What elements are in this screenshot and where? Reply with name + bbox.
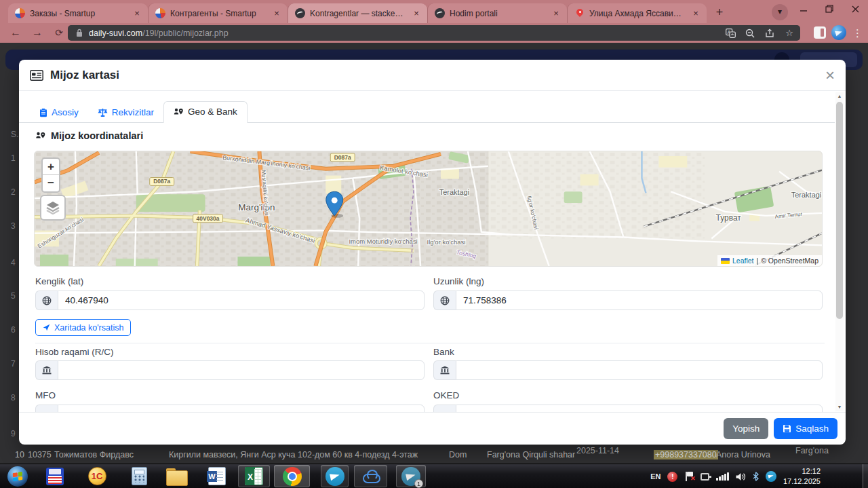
scroll-down-icon[interactable]: ▼ [835, 403, 844, 411]
tab-close-icon[interactable]: × [551, 8, 561, 19]
minimize-button[interactable] [791, 0, 816, 18]
tab-hodim-portali[interactable]: Hodim portali × [427, 3, 567, 23]
translate-icon[interactable]: A [725, 28, 736, 39]
map-people-icon [35, 131, 46, 140]
scrollbar-thumb[interactable] [836, 102, 843, 319]
taskbar-telegram-2[interactable]: 1 [396, 465, 426, 487]
start-button[interactable] [4, 465, 31, 487]
tab-kontragenty[interactable]: Контрагенты - Smartup × [148, 3, 288, 23]
account-input[interactable] [58, 360, 425, 380]
save-button[interactable]: Saqlash [774, 418, 837, 439]
action-center-flag-icon[interactable]: ✕ [684, 472, 694, 481]
word-icon: W [208, 467, 226, 485]
alert-icon[interactable]: ! [667, 472, 677, 482]
leaflet-map[interactable]: D087a D087a 40V030a Marg'ilon Kamolot ko… [34, 151, 823, 267]
screen: Заказы - Smartup × Контрагенты - Smartup… [0, 0, 868, 488]
close-button[interactable]: Yopish [724, 418, 768, 439]
account-input-group [35, 360, 425, 380]
table-row: 10 10375 Тожиматов Фирдавс Киргили мавзе… [0, 445, 868, 464]
taskbar-word[interactable]: W [203, 465, 231, 487]
row-number: 9 [11, 429, 16, 438]
chrome-icon [283, 467, 302, 486]
show-desktop-button[interactable] [863, 464, 868, 488]
taskbar-chrome[interactable] [274, 465, 310, 487]
cell-region: Farg'ona Qirquli shahar [487, 450, 575, 459]
new-tab-button[interactable]: + [711, 4, 728, 22]
divider [35, 343, 825, 343]
bookmark-star-icon[interactable]: ☆ [784, 28, 795, 39]
lat-input[interactable] [58, 290, 425, 310]
lng-input[interactable] [456, 290, 823, 310]
taskbar-clock[interactable]: 12:12 17.12.2025 [783, 466, 821, 487]
tab-close-icon[interactable]: × [690, 8, 701, 19]
language-indicator[interactable]: EN [650, 472, 660, 481]
tab-close-icon[interactable]: × [411, 8, 422, 19]
map-users-icon [174, 107, 184, 117]
browser-tab-strip: Заказы - Smartup × Контрагенты - Smartup… [0, 0, 868, 23]
zoom-in-button[interactable]: + [43, 159, 59, 175]
forward-icon[interactable]: → [30, 25, 45, 40]
osm-link[interactable]: © OpenStreetMap [761, 257, 818, 265]
modal-close-icon[interactable]: × [825, 69, 835, 82]
map-layers-button[interactable] [40, 195, 66, 221]
share-icon[interactable] [764, 28, 775, 39]
tab-close-icon[interactable]: × [132, 8, 142, 19]
volume-icon[interactable] [736, 472, 746, 481]
modal-footer: Yopish Saqlash [19, 412, 846, 445]
taskbar-floppy-app[interactable] [42, 465, 68, 487]
mfo-input[interactable] [58, 405, 425, 412]
clock-date: 17.12.2025 [783, 476, 821, 487]
tab-kontragentlar-active[interactable]: Kontragentlar — stacked moda × [288, 3, 427, 23]
mijoz-kartasi-modal: Mijoz kartasi × Asosiy [19, 60, 846, 445]
back-icon[interactable]: ← [8, 25, 23, 40]
calculator-icon [132, 467, 147, 485]
row-number: 8 [11, 393, 16, 402]
taskbar-cloud-app[interactable] [354, 465, 387, 487]
save-icon [783, 424, 791, 433]
taskbar-1c-app[interactable]: 1С [84, 465, 110, 487]
tab-title: Заказы - Smartup [30, 9, 127, 18]
tab-search-chevron-icon[interactable]: ▾ [772, 4, 788, 20]
bank-input[interactable] [456, 360, 823, 380]
taskbar-telegram[interactable] [321, 465, 349, 487]
tab-asosiy[interactable]: Asosiy [30, 102, 88, 123]
removable-device-icon[interactable] [701, 473, 709, 481]
excel-letter: X [245, 468, 255, 485]
leaflet-link[interactable]: Leaflet [732, 257, 754, 265]
reload-icon[interactable]: ⟳ [52, 25, 66, 40]
modal-header: Mijoz kartasi × [19, 60, 846, 91]
network-signal-icon[interactable] [716, 472, 729, 481]
tab-label: Geo & Bank [188, 107, 237, 117]
restore-button[interactable] [816, 0, 842, 18]
show-on-map-button[interactable]: Xaritada ko'rsatish [35, 319, 131, 336]
zoom-out-button[interactable]: − [43, 175, 59, 191]
cloud-icon [361, 470, 380, 483]
profile-avatar[interactable] [831, 25, 846, 40]
tab-zakazy[interactable]: Заказы - Smartup × [8, 3, 148, 23]
tab-label: Rekvizitlar [112, 107, 154, 117]
close-window-button[interactable] [842, 0, 868, 18]
tab-yandex-maps[interactable]: Улица Ахмада Яссавий, 1 — Я × [567, 3, 707, 23]
side-panel-icon[interactable] [814, 26, 826, 39]
taskbar-file-explorer[interactable] [163, 465, 190, 487]
zoom-out-icon[interactable] [745, 28, 755, 39]
row-number: 7 [11, 359, 16, 369]
save-label: Saqlash [795, 424, 829, 434]
tab-geo-bank[interactable]: Geo & Bank [163, 101, 248, 123]
bluetooth-icon[interactable] [753, 472, 759, 481]
oked-input[interactable] [456, 405, 823, 412]
clipboard-icon [39, 108, 47, 117]
scroll-up-icon[interactable]: ▲ [835, 92, 844, 100]
browser-menu-icon[interactable]: ⋮ [852, 26, 863, 40]
map-zoom-control: + − [41, 157, 60, 193]
taskbar-calculator[interactable] [126, 465, 152, 487]
modal-scrollbar[interactable]: ▲ ▼ [835, 92, 844, 411]
tab-title: Kontragentlar — stacked moda [310, 9, 406, 18]
tab-close-icon[interactable]: × [271, 8, 282, 19]
address-bar[interactable]: daily-suvi.com/19l/public/mijozlar.php A… [68, 25, 800, 41]
cell-name: Тожиматов Фирдавс [54, 450, 134, 459]
taskbar-excel[interactable]: X [238, 465, 270, 487]
window-controls [791, 0, 868, 18]
telegram-tray-icon[interactable] [766, 471, 776, 482]
tab-rekvizitlar[interactable]: Rekvizitlar [88, 102, 163, 123]
